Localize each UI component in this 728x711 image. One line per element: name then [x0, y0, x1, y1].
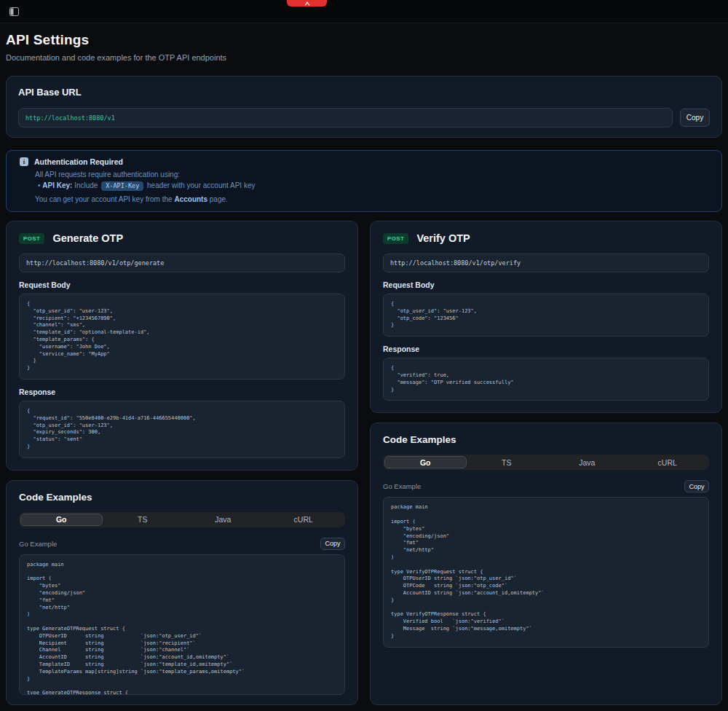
response-label: Response	[19, 388, 345, 396]
base-url-title: API Base URL	[18, 87, 710, 98]
language-tabs: Go TS Java cURL	[19, 512, 345, 527]
endpoint-url: http://localhost:8080/v1/otp/generate	[19, 254, 345, 272]
page-subtitle: Documentation and code examples for the …	[6, 53, 722, 62]
verify-otp-card: POST Verify OTP http://localhost:8080/v1…	[370, 221, 722, 413]
right-column: POST Verify OTP http://localhost:8080/v1…	[370, 221, 722, 705]
copy-code-button[interactable]: Copy	[684, 480, 709, 492]
auth-required-callout: i Authentication Required All API reques…	[6, 150, 722, 212]
endpoint-title: Generate OTP	[52, 232, 123, 244]
tab-java[interactable]: Java	[183, 514, 264, 526]
code-examples-title: Code Examples	[19, 492, 345, 503]
tab-ts[interactable]: TS	[103, 514, 183, 526]
api-settings-page: API Settings Documentation and code exam…	[0, 32, 728, 705]
code-examples-title: Code Examples	[383, 434, 709, 445]
code-examples-card-verify: Code Examples Go TS Java cURL Go Example…	[370, 423, 722, 705]
post-badge: POST	[19, 233, 44, 244]
auth-description: All API requests require authentication …	[35, 170, 708, 178]
rocket-icon	[304, 1, 311, 6]
request-body-label: Request Body	[19, 280, 345, 289]
copy-base-url-button[interactable]: Copy	[680, 109, 710, 127]
tab-go[interactable]: Go	[20, 514, 103, 526]
tab-ts[interactable]: TS	[467, 456, 547, 468]
generate-otp-card: POST Generate OTP http://localhost:8080/…	[6, 221, 358, 471]
base-url-value[interactable]: http://localhost:8080/v1	[18, 108, 673, 127]
auth-title: Authentication Required	[34, 157, 123, 166]
code-examples-card-generate: Code Examples Go TS Java cURL Go Example…	[6, 480, 358, 705]
endpoint-title: Verify OTP	[416, 232, 470, 244]
dev-toolbar-button[interactable]	[287, 0, 327, 7]
sidebar-toggle-icon[interactable]	[9, 7, 19, 16]
tab-go[interactable]: Go	[384, 456, 467, 468]
response-code: { "verified": true, "message": "OTP veri…	[383, 358, 709, 401]
response-code: { "request_id": "550e8400-e29b-41d4-a716…	[19, 401, 345, 458]
x-api-key-chip: X-API-Key	[101, 181, 143, 191]
request-body-code: { "otp_user_id": "user-123", "recipient"…	[19, 294, 345, 380]
info-icon: i	[20, 157, 28, 166]
go-example-code: package main import ( "bytes" "encoding/…	[19, 554, 345, 695]
api-base-url-card: API Base URL http://localhost:8080/v1 Co…	[6, 76, 722, 138]
request-body-label: Request Body	[383, 280, 709, 289]
api-key-label: API Key:	[42, 181, 72, 189]
auth-footer: You can get your account API key from th…	[35, 195, 708, 203]
tab-java[interactable]: Java	[547, 456, 628, 468]
page-title: API Settings	[6, 32, 722, 48]
request-body-code: { "otp_user_id": "user-123", "otp_code":…	[383, 294, 709, 337]
top-bar	[0, 0, 728, 23]
accounts-link[interactable]: Accounts	[174, 195, 207, 203]
language-tabs: Go TS Java cURL	[383, 455, 709, 470]
example-label: Go Example	[383, 482, 421, 490]
endpoint-url: http://localhost:8080/v1/otp/verify	[383, 254, 709, 272]
left-column: POST Generate OTP http://localhost:8080/…	[6, 221, 358, 705]
response-label: Response	[383, 345, 709, 353]
copy-code-button[interactable]: Copy	[320, 538, 345, 550]
tab-curl[interactable]: cURL	[628, 456, 708, 468]
tab-curl[interactable]: cURL	[264, 514, 344, 526]
example-label: Go Example	[19, 540, 57, 548]
go-example-code: package main import ( "bytes" "encoding/…	[383, 497, 709, 647]
auth-api-key-bullet: • API Key: Include X-API-Key header with…	[38, 181, 708, 189]
post-badge: POST	[383, 233, 408, 244]
